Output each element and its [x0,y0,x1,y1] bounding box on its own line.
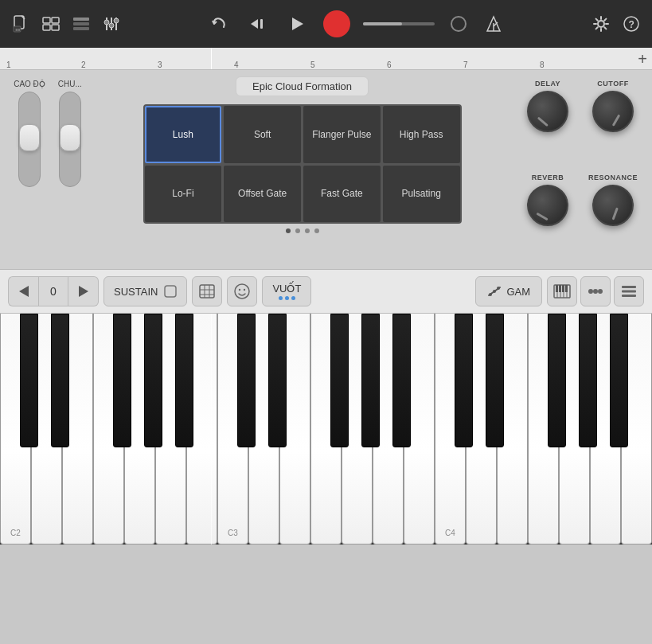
piano-keyboard[interactable]: C2 C3 C4 [0,314,652,544]
toolbar-left: ≡≡ [10,13,123,35]
svg-rect-3 [43,18,50,23]
skip-back-button[interactable] [244,10,271,37]
svg-rect-29 [200,285,214,298]
svg-point-19 [451,17,466,31]
pad-offset-gate[interactable]: Offset Gate [224,166,301,223]
delay-knob-group: DELAY [521,80,574,166]
center-pads-area: Epic Cloud Formation Lush Soft Flanger P… [96,70,509,269]
record-button[interactable] [323,10,350,37]
pad-soft[interactable]: Soft [224,106,301,163]
playhead [211,48,212,69]
black-key-ds4[interactable] [486,314,504,447]
svg-marker-18 [292,18,303,30]
black-key-ds3[interactable] [268,314,287,447]
svg-point-13 [104,20,109,25]
cutoff-label: CUTOFF [597,80,628,88]
black-key-fs4[interactable] [548,314,566,447]
black-key-cs3[interactable] [237,314,256,447]
black-key-cs2[interactable] [20,314,38,447]
expression-button[interactable] [227,276,257,306]
svg-rect-54 [622,291,636,293]
svg-marker-27 [79,286,88,297]
resonance-label: RESONANCE [588,174,638,181]
pad-pulsating[interactable]: Pulsating [383,166,460,223]
page-dot-2[interactable] [295,228,300,233]
black-key-gs4[interactable] [579,314,597,447]
black-key-ds2[interactable] [51,314,69,447]
c4-label: C4 [445,529,455,537]
c3-label: C3 [228,529,238,537]
volume-slider[interactable] [363,22,435,25]
reverb-knob[interactable] [527,185,568,226]
svg-point-40 [497,287,500,290]
pitch-slider[interactable] [18,92,41,187]
help-icon[interactable]: ? [620,13,642,35]
chord-view-button[interactable] [580,276,611,306]
mod-slider-thumb[interactable] [60,124,80,151]
octave-up-button[interactable] [68,276,99,306]
page-dot-3[interactable] [305,228,310,233]
strum-label: VUỐT [272,283,301,295]
black-key-cs4[interactable] [455,314,473,447]
black-key-as2[interactable] [175,314,193,447]
grid-view-icon[interactable] [70,13,92,35]
strum-dot-blue3 [291,296,295,300]
piano-view-button[interactable] [547,276,577,306]
loop-icon[interactable] [447,13,470,35]
ruler: 1 2 3 4 5 6 7 8 + [0,48,652,70]
c2-label: C2 [10,529,21,537]
svg-point-35 [239,289,240,291]
black-key-gs2[interactable] [144,314,162,447]
black-key-gs3[interactable] [361,314,380,447]
resonance-knob[interactable] [592,185,634,226]
add-track-button[interactable]: + [638,49,647,68]
preset-name: Epic Cloud Formation [252,80,352,92]
bottom-controls-bar: 0 SUSTAIN VUỐT GAM [0,269,652,314]
svg-rect-5 [43,25,50,30]
delay-knob[interactable] [527,91,568,132]
pad-high-pass[interactable]: High Pass [383,106,460,163]
left-sliders-panel: CAO ĐỘ CHU... [0,70,96,269]
strum-button[interactable]: VUỐT [262,276,311,306]
octave-number: 0 [38,276,68,306]
pad-flanger-pulse[interactable]: Flanger Pulse [303,106,381,163]
mixer-icon[interactable] [100,13,123,35]
list-view-button[interactable] [614,276,644,306]
new-file-icon[interactable]: ≡≡ [10,13,32,35]
octave-down-button[interactable] [8,276,38,306]
sustain-button[interactable]: SUSTAIN [103,276,187,306]
svg-point-23 [598,21,604,27]
slider-pair: CAO ĐỘ CHU... [14,80,82,187]
pitch-slider-thumb[interactable] [19,124,40,151]
cutoff-knob[interactable] [592,91,634,132]
mod-slider-label: CHU... [58,80,82,88]
page-dot-4[interactable] [314,228,319,233]
svg-rect-8 [73,22,89,25]
page-dot-1[interactable] [286,228,291,233]
undo-icon[interactable] [209,13,231,35]
play-button[interactable] [283,10,310,37]
chord-button[interactable] [192,276,222,306]
ruler-mark-1: 1 [4,60,11,69]
ruler-marks: 1 2 3 4 5 6 7 8 + [0,48,652,69]
mod-slider[interactable] [59,92,81,187]
svg-marker-26 [19,286,29,297]
black-key-fs3[interactable] [330,314,349,447]
black-key-as3[interactable] [392,314,411,447]
svg-text:≡≡: ≡≡ [16,27,21,32]
svg-point-15 [114,18,119,23]
track-view-icon[interactable] [40,13,62,35]
svg-point-50 [588,289,593,294]
pad-fast-gate[interactable]: Fast Gate [303,166,381,223]
settings-icon[interactable] [590,13,612,35]
pad-lush[interactable]: Lush [145,106,222,163]
pad-lo-fi[interactable]: Lo-Fi [145,166,222,223]
metronome-icon[interactable] [482,13,505,35]
black-key-as4[interactable] [610,314,628,447]
scale-label: GAM [506,286,530,298]
top-toolbar: ≡≡ [0,0,652,48]
svg-point-14 [109,23,114,28]
black-key-fs2[interactable] [113,314,131,447]
scale-button[interactable]: GAM [475,276,542,306]
svg-point-36 [244,289,245,291]
